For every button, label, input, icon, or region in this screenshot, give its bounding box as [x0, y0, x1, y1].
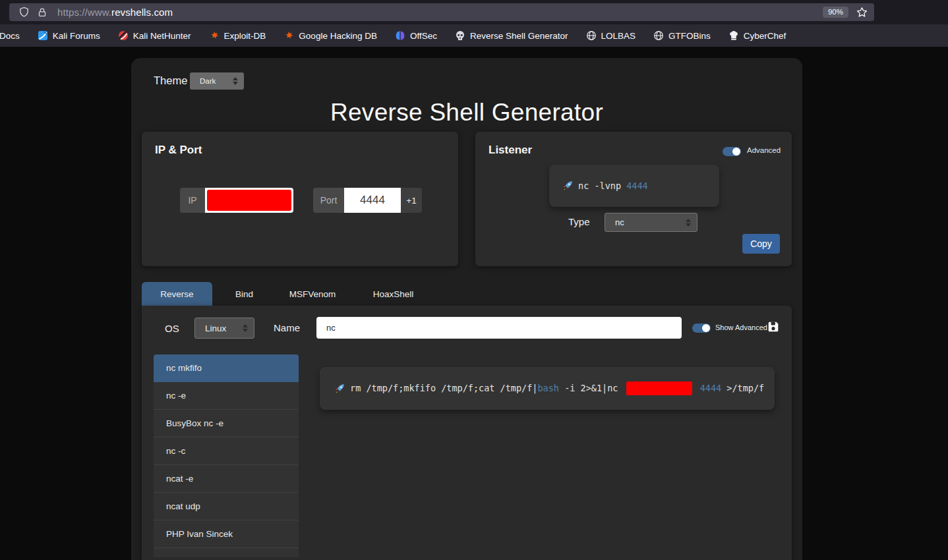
bookmark-label: Exploit-DB [224, 31, 266, 41]
url-domain: revshells.com [111, 7, 173, 18]
bookmark-star-icon[interactable] [856, 7, 868, 18]
offsec-icon [395, 30, 405, 41]
shell-list-item[interactable]: nc -e [154, 382, 299, 410]
tab-label: Bind [235, 289, 253, 299]
bookmark-item[interactable]: Reverse Shell Generator [455, 30, 568, 41]
payload-command-box[interactable]: rm /tmp/f;mkfifo /tmp/f;cat /tmp/f|bash … [320, 367, 775, 410]
shell-list-item[interactable]: nc -c [154, 437, 299, 465]
port-input[interactable]: 4444 [344, 188, 401, 213]
shell-list-item[interactable] [154, 548, 299, 557]
browser-toolbar: https://www.revshells.com 90% [0, 0, 948, 24]
bookmark-item[interactable]: CyberChef [728, 30, 786, 41]
generator-panel: OS Linux Name Show Advanced nc mkfifo nc… [142, 306, 792, 560]
ip-label: IP [180, 188, 205, 213]
kali-nethunter-icon [118, 30, 129, 41]
redacted-ip-value [626, 381, 692, 395]
ip-port-card-title: IP & Port [155, 144, 202, 157]
tab-reverse[interactable]: Reverse [142, 282, 212, 306]
payload-command-text: rm /tmp/f;mkfifo /tmp/f;cat /tmp/f|bash … [350, 381, 764, 395]
shell-list-item[interactable]: BusyBox nc -e [154, 410, 299, 437]
theme-select-value: Dark [200, 77, 216, 85]
bookmark-item[interactable]: GTFOBins [653, 30, 711, 41]
theme-select[interactable]: Dark [190, 72, 244, 90]
bookmark-item[interactable]: Exploit-DB [209, 30, 266, 41]
shell-list-item[interactable]: ncat udp [154, 493, 299, 520]
shell-item-label: nc mkfifo [166, 363, 202, 373]
shell-list-item[interactable]: nc mkfifo [154, 354, 299, 382]
listener-type-value: nc [615, 217, 624, 227]
toggle-knob [702, 324, 710, 332]
listener-command-box[interactable]: nc -lvnp 4444 [549, 165, 719, 207]
os-select-value: Linux [205, 323, 226, 333]
name-label: Name [274, 322, 300, 333]
shell-item-label: ncat udp [166, 501, 200, 511]
page-viewport: Theme Dark Reverse Shell Generator IP & … [0, 47, 948, 560]
tab-label: Reverse [160, 289, 193, 299]
bookmark-label: LOLBAS [601, 31, 636, 41]
globe-icon [653, 30, 664, 41]
show-advanced-label: Show Advanced [715, 323, 767, 331]
select-arrows-icon [686, 219, 691, 227]
url-text: https://www.revshells.com [57, 7, 173, 18]
tab-hoaxshell[interactable]: HoaxShell [349, 282, 438, 306]
bookmarks-bar: Docs Kali Forums Kali NetHunter Exploit-… [0, 24, 948, 47]
listener-type-select[interactable]: nc [605, 213, 697, 232]
exploit-db-icon [283, 30, 294, 41]
port-input-group: Port 4444 +1 [313, 188, 422, 213]
show-advanced-toggle[interactable] [692, 323, 711, 333]
bookmark-item[interactable]: Kali NetHunter [118, 30, 191, 41]
copy-button[interactable]: Copy [742, 234, 780, 254]
tab-label: MSFVenom [289, 289, 336, 299]
bookmark-label: CyberChef [744, 31, 786, 41]
bookmark-item[interactable]: OffSec [395, 30, 437, 41]
select-arrows-icon [233, 77, 238, 85]
shell-list-item[interactable]: PHP Ivan Sincek [154, 520, 299, 548]
bookmark-label: Kali Forums [53, 31, 100, 41]
bookmark-item[interactable]: Kali Forums [38, 30, 100, 41]
url-bar[interactable]: https://www.revshells.com 90% [9, 3, 874, 21]
shell-item-label: nc -c [166, 446, 185, 456]
bookmark-item[interactable]: LOLBAS [586, 30, 636, 41]
chef-hat-icon [728, 30, 739, 41]
bookmark-item[interactable]: Google Hacking DB [283, 30, 377, 41]
shell-list-item[interactable]: ncat -e [154, 465, 299, 493]
bookmark-label: GTFOBins [668, 31, 711, 41]
globe-icon [586, 30, 597, 41]
page-title: Reverse Shell Generator [131, 99, 802, 126]
os-label: OS [165, 323, 179, 334]
port-label: Port [313, 188, 344, 213]
os-select[interactable]: Linux [194, 318, 254, 339]
save-icon[interactable] [767, 321, 779, 333]
port-increment-button[interactable]: +1 [401, 188, 422, 213]
tab-label: HoaxShell [373, 289, 414, 299]
listener-type-label: Type [568, 216, 590, 227]
bookmark-label: Reverse Shell Generator [470, 31, 568, 41]
tab-msfvenom[interactable]: MSFVenom [276, 282, 349, 306]
listener-card-title: Listener [489, 144, 532, 157]
bookmark-label: Google Hacking DB [299, 31, 377, 41]
toggle-knob [732, 148, 740, 155]
tab-bind[interactable]: Bind [212, 282, 276, 306]
ip-input[interactable] [205, 188, 293, 213]
bookmark-item[interactable]: Docs [0, 30, 20, 41]
shell-mode-tabs: Reverse Bind MSFVenom HoaxShell [142, 282, 792, 306]
bookmark-label: Docs [0, 31, 20, 41]
lock-icon[interactable] [37, 7, 47, 18]
name-input[interactable] [316, 317, 682, 339]
shell-item-label: PHP Ivan Sincek [166, 529, 233, 539]
bookmark-label: OffSec [410, 31, 437, 41]
url-prefix: https://www. [57, 7, 111, 18]
shield-icon[interactable] [18, 7, 30, 18]
rocket-icon [334, 383, 345, 394]
skull-icon [455, 30, 465, 41]
advanced-toggle[interactable] [723, 147, 741, 156]
listener-card: Listener Advanced nc -lvnp 4444 Type nc … [475, 132, 792, 266]
select-arrows-icon [243, 324, 248, 332]
redacted-ip-value [207, 190, 291, 211]
shell-item-label: nc -e [166, 391, 186, 401]
listener-command-text: nc -lvnp 4444 [578, 181, 648, 191]
ip-port-card: IP & Port IP Port 4444 +1 [142, 132, 458, 266]
exploit-db-icon [209, 30, 220, 41]
zoom-level-badge[interactable]: 90% [823, 7, 848, 18]
bookmark-label: Kali NetHunter [133, 31, 191, 41]
